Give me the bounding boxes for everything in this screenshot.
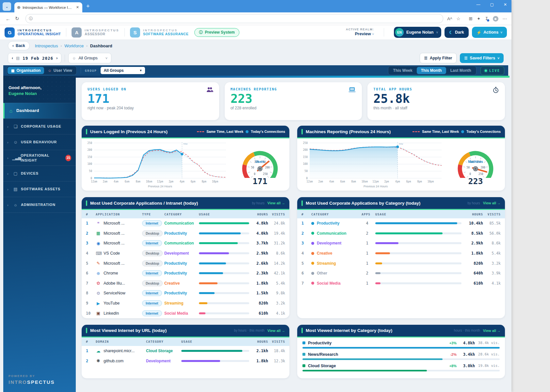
more-icon[interactable]: ⋯ — [503, 16, 507, 21]
date-picker[interactable]: ‹ ▤ 19 Feb 2026 › — [8, 53, 61, 63]
kpi-label: MACHINES REPORTING — [231, 87, 356, 91]
sidebar-item-user-behaviour[interactable]: ›☺USER BEHAVIOUR — [3, 134, 76, 150]
breadcrumb-introspectus[interactable]: Introspectus — [35, 43, 58, 48]
info-icon[interactable]: ⓘ — [29, 16, 33, 22]
greeting-line2: Eugene Nolan — [8, 91, 71, 97]
table-row[interactable]: 9▶YouTubeInternetStreaming820h3.2k — [82, 298, 289, 308]
list-item[interactable]: News/Research-2%3.4kh28.6k vis. — [302, 352, 500, 360]
table-row[interactable]: 1Productivity410.4kh85.5k — [297, 218, 505, 228]
table-row[interactable]: 5✎Microsoft ...DesktopProductivity2.6kh1… — [82, 258, 289, 268]
sidebar-item-corporate-usage[interactable]: ›❏CORPORATE USAGE — [3, 118, 76, 134]
view-all-link[interactable]: View all → — [483, 329, 501, 333]
back-icon[interactable]: ← — [6, 16, 10, 22]
back-button[interactable]: ‹ Back — [8, 41, 30, 50]
apply-filter-button[interactable]: ☰ Apply Filter — [420, 53, 457, 63]
maximize-button[interactable]: ▢ — [490, 2, 494, 7]
hours-value: 2.3kh — [256, 271, 268, 275]
sidebar-item-operational-insight[interactable]: ›▁▃▅OPERATIONAL INSIGHT15 — [3, 150, 76, 165]
browser-tab[interactable]: ⊕ Introspectus — Workforce Intellige ✕ — [14, 2, 82, 12]
range-last-month[interactable]: Last Month — [446, 67, 476, 74]
toggle-user-view[interactable]: ☺ User View — [44, 67, 75, 74]
view-all-link[interactable]: View all → — [483, 201, 501, 205]
divider — [66, 28, 66, 37]
sidebar-item-administration[interactable]: ›☼ADMINISTRATION — [3, 197, 76, 212]
address-bar[interactable]: ⓘ — [25, 14, 444, 23]
svg-text:250: 250 — [88, 142, 92, 145]
profile-icon[interactable]: ☻ — [493, 16, 498, 22]
column-header: # — [86, 212, 93, 216]
sidebar-item-devices[interactable]: ›▢DEVICES — [3, 165, 76, 181]
product-logo-assessor[interactable]: A INTROSPECTUS ASSESSOR — [72, 27, 119, 38]
toggle-organisation[interactable]: ▦ Organisation — [8, 67, 44, 74]
product-logo-software-assurance[interactable]: S INTROSPECTUS SOFTWARE ASSURANCE — [130, 27, 188, 38]
actions-button[interactable]: ⚡ Actions ˅ — [472, 27, 507, 38]
kpi-subtext: this month · all staff — [373, 106, 499, 110]
range-this-week[interactable]: This Week — [389, 67, 417, 74]
group-select[interactable]: All Groups ▼ — [101, 67, 145, 74]
product-name: INTROSPECTUS — [18, 28, 61, 32]
sidebar-item-software-assets[interactable]: ›▤SOFTWARE ASSETS — [3, 181, 76, 197]
divider — [65, 55, 65, 62]
active-realm[interactable]: ACTIVE REALM: Preview ˅ — [346, 28, 374, 37]
list-item[interactable]: Cloud Storage+8%3.0kh19.8k vis. — [302, 364, 500, 371]
sidebar-item-dashboard[interactable]: ⌂Dashboard — [3, 103, 76, 118]
collections-icon[interactable]: ✦ — [477, 16, 480, 21]
product-logo-operational-insight[interactable]: G INTROSPECTUS OPERATIONAL INSIGHT — [5, 27, 61, 38]
tab-list-chevron-icon[interactable]: ⌄ — [3, 2, 11, 11]
svg-text:250: 250 — [478, 172, 483, 175]
sidebar-item-label: DEVICES — [21, 171, 39, 176]
read-aloud-icon[interactable]: Aᴬ — [447, 16, 452, 21]
user-menu[interactable]: EN Eugene Nolan ˅ — [394, 27, 441, 38]
table-row[interactable]: 3Development12.9kh8.6k — [297, 238, 505, 248]
app-header: G INTROSPECTUS OPERATIONAL INSIGHT A INT… — [0, 25, 511, 40]
visits-value: 12.3k — [274, 359, 285, 363]
rank-number: 3 — [301, 241, 309, 245]
table-row[interactable]: 1☁sharepoint.micr...Cloud Storage2.1kh18… — [82, 346, 289, 356]
prev-date-icon[interactable]: ‹ — [12, 56, 13, 60]
reload-icon[interactable]: ↻ — [15, 16, 19, 22]
svg-text:50: 50 — [251, 166, 254, 169]
category-label: Communication — [317, 231, 347, 236]
table-row[interactable]: 10▣LinkedInInternetSocial Media610h4.1k — [82, 308, 289, 318]
next-date-icon[interactable]: › — [56, 56, 57, 60]
table-row[interactable]: 2❋github.comDevelopment1.8kh12.3k — [82, 356, 289, 366]
close-window-button[interactable]: ✕ — [504, 2, 507, 7]
range-this-month[interactable]: This Month — [417, 67, 446, 74]
new-tab-button[interactable]: + — [86, 3, 90, 10]
groups-dropdown[interactable]: ☺ All Groups ˅ — [68, 53, 111, 63]
table-row[interactable]: 6Other2640h3.9k — [297, 268, 505, 278]
table-row[interactable]: 2▦Microsoft ...DesktopProductivity4.0kh1… — [82, 228, 289, 239]
minimize-button[interactable]: — — [477, 2, 480, 7]
table-row[interactable]: 5Streaming1820h3.2k — [297, 258, 505, 268]
saved-filters-button[interactable]: ☰ Saved Filters ˅ — [460, 53, 504, 63]
table-row[interactable]: 2Communication28.5kh56.0k — [297, 228, 505, 239]
extensions-icon[interactable]: ⊞ — [469, 16, 473, 21]
table-row[interactable]: 1❝Microsoft ...InternetCommunication4.8k… — [82, 218, 289, 228]
table-row[interactable]: 7✿Adobe Illu...DesktopCreative1.8kh5.4k — [82, 278, 289, 289]
download-icon[interactable]: ↧ — [485, 16, 488, 21]
type-badge: Internet — [142, 290, 162, 296]
table-row[interactable]: 7Social Media1610h4.1k — [297, 278, 505, 289]
breadcrumb-workforce[interactable]: Workforce — [64, 43, 84, 48]
active-realm-value: Preview — [355, 31, 371, 36]
usage-bar — [199, 292, 249, 294]
view-all-link[interactable]: View all → — [267, 201, 285, 205]
table-row[interactable]: 6⊕ChromeInternetProductivity2.3kh42.1k — [82, 268, 289, 278]
excel-icon: ▦ — [96, 231, 101, 236]
column-header: HOURS — [257, 340, 268, 343]
hours-value: 610h — [259, 311, 268, 316]
table-row[interactable]: 8⚙ServiceNowInternetProductivity1.5kh9.8… — [82, 288, 289, 298]
rank-number: 6 — [86, 271, 93, 275]
favorite-icon[interactable]: ☆ — [456, 16, 460, 21]
table-row[interactable]: 4⌨VS CodeDesktopDevelopment2.9kh8.6k — [82, 248, 289, 259]
close-tab-icon[interactable]: ✕ — [75, 5, 80, 9]
usage-bar — [181, 350, 249, 352]
table-row[interactable]: 4Creative11.8kh5.4k — [297, 248, 505, 259]
sun-icon: ☼ — [12, 202, 18, 207]
dark-mode-button[interactable]: ☾ Dark — [445, 27, 468, 38]
list-item[interactable]: Productivity+3%4.8kh38.4k vis. — [302, 341, 500, 349]
view-all-link[interactable]: View all → — [267, 329, 285, 333]
table-row[interactable]: 3◉Microsoft ...InternetCommunication3.7k… — [82, 238, 289, 248]
live-button[interactable]: LIVE — [480, 66, 504, 75]
svg-text:6pm: 6pm — [406, 180, 411, 183]
